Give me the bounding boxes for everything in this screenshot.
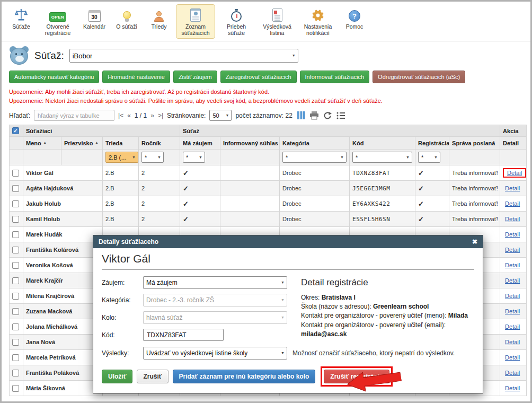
detail-link[interactable]: Detail [507, 170, 522, 176]
detail-link[interactable]: Detail [505, 293, 520, 299]
toolbar-item-vysledkova-listina[interactable]: Výsledková listina [258, 4, 297, 39]
competitor-name: Marek Krajčír [23, 273, 103, 288]
kategoria-filter-select[interactable]: * [282, 152, 347, 163]
page-prev-button[interactable]: « [127, 112, 131, 119]
detail-link[interactable]: Detail [505, 231, 520, 238]
detail-link[interactable]: Detail [505, 262, 520, 268]
detail-link[interactable]: Detail [505, 339, 520, 345]
column-header-ma-zaujem[interactable]: Má záujem [180, 137, 220, 150]
interest-select[interactable]: Má záujem [143, 276, 287, 289]
add-record-button[interactable]: Pridať záznam pre inú kategóriu alebo ko… [173, 370, 316, 383]
row-checkbox[interactable] [12, 200, 19, 207]
column-header-registracia[interactable]: Registrácia [415, 137, 449, 150]
detail-link[interactable]: Detail [505, 370, 520, 376]
school-line: Škola (názov s adresou): Greenlearn scho… [301, 302, 474, 311]
row-checkbox-cell [10, 212, 23, 227]
registration-detail-title: Detail registrácie [301, 276, 474, 290]
competitor-name: Františka Kolárová [23, 242, 103, 258]
row-checkbox[interactable] [12, 354, 19, 361]
save-button[interactable]: Uložiť [102, 370, 132, 383]
toolbar-item-o-sutazi[interactable]: O súťaži [111, 4, 142, 39]
column-header-rocnik[interactable]: Ročník [139, 137, 180, 150]
detail-link[interactable]: Detail [505, 247, 520, 253]
row-checkbox[interactable] [12, 339, 19, 346]
table-row: Kamil Holub 2.B 2 ✓ Drobec ESSFL5H6SN ✓ … [10, 212, 527, 227]
row-checkbox[interactable] [12, 277, 19, 284]
competitor-name: Marek Hudák [23, 227, 103, 242]
detail-link[interactable]: Detail [505, 385, 520, 391]
trieda-cell: 2.B [103, 212, 139, 227]
unregister-button[interactable]: Odregistrovať súťažiacich (aSc) [373, 71, 465, 83]
toolbar-item-kalendar[interactable]: 30 Kalendár [79, 4, 110, 39]
auto-category-button[interactable]: Automaticky nastaviť kategóriu [9, 71, 99, 83]
cancel-button[interactable]: Zrušiť [137, 370, 168, 383]
results-select[interactable]: Uvádzať vo výsledkovej listine školy [143, 347, 287, 360]
row-checkbox-cell [10, 273, 23, 288]
row-checkbox[interactable] [12, 262, 19, 269]
kod-filter-select[interactable]: * [352, 152, 412, 163]
detail-link[interactable]: Detail [505, 185, 520, 191]
toolbar-item-zoznam-sutaziacich[interactable]: Zoznam súťažiacich [176, 4, 215, 39]
row-checkbox[interactable] [12, 370, 19, 376]
row-checkbox[interactable] [12, 216, 19, 223]
toolbar-item-priebeh-sutaze[interactable]: Priebeh súťaže [217, 4, 256, 39]
warnings-block: Upozornenie: Aby mohli žiaci súťažiť, tr… [2, 86, 530, 107]
search-input[interactable] [34, 110, 114, 121]
column-header-priezvisko[interactable]: Priezvisko ▲ [61, 137, 103, 150]
column-header-kod[interactable]: Kód [350, 137, 415, 150]
row-checkbox[interactable] [12, 247, 19, 253]
view-options-icon[interactable] [336, 112, 345, 119]
detail-link[interactable]: Detail [505, 277, 520, 284]
detail-link[interactable]: Detail [505, 200, 520, 207]
page-next-button[interactable]: » [150, 112, 154, 119]
detail-link[interactable]: Detail [505, 354, 520, 361]
close-icon[interactable]: ✖ [472, 238, 477, 246]
row-checkbox[interactable] [12, 293, 19, 300]
code-input[interactable] [143, 329, 224, 341]
columns-icon[interactable] [297, 111, 305, 119]
row-checkbox[interactable] [12, 170, 19, 177]
detail-link[interactable]: Detail [505, 308, 520, 314]
print-icon[interactable] [310, 111, 318, 120]
registracia-filter-select[interactable]: * [418, 152, 440, 163]
group-header-competitors: Súťažiaci [23, 125, 180, 137]
toolbar-item-sutaze[interactable]: Súťaže [6, 4, 37, 39]
rocnik-cell: 2 [139, 181, 180, 196]
row-checkbox[interactable] [12, 308, 19, 315]
message-status: Treba informovať! [449, 181, 500, 196]
find-interest-button[interactable]: Zistiť záujem [173, 71, 217, 83]
row-checkbox[interactable] [12, 185, 19, 192]
column-header-sprava-poslana[interactable]: Správa poslaná [449, 137, 500, 150]
toolbar-item-triedy[interactable]: Triedy [144, 4, 174, 39]
bulk-setting-button[interactable]: Hromadné nastavenie [102, 71, 170, 83]
column-header-meno[interactable]: Meno ▲ [23, 137, 61, 150]
detail-link-wrapper: Detail [503, 230, 522, 239]
select-all-checkbox[interactable]: ✓ [12, 127, 19, 134]
competition-select[interactable]: iBobor [69, 49, 298, 63]
inform-button[interactable]: Informovať súťažiacich [300, 71, 370, 83]
toolbar-item-pomoc[interactable]: ? Pomoc [339, 4, 370, 39]
refresh-icon[interactable] [323, 111, 332, 120]
column-header-informovany-suhlas[interactable]: Informovaný súhlas [220, 137, 280, 150]
informed-consent-cell [220, 196, 280, 212]
detail-link[interactable]: Detail [505, 216, 520, 222]
competitor-name: Mária Šikovná [23, 381, 103, 396]
column-header-trieda[interactable]: Trieda [103, 137, 139, 150]
ma-zaujem-filter-select[interactable]: * [183, 152, 205, 163]
column-header-kategoria[interactable]: Kategória [280, 137, 350, 150]
register-button[interactable]: Zaregistrovať súťažiacich [220, 71, 297, 83]
page-last-button[interactable]: >| [158, 112, 163, 119]
row-checkbox-cell [10, 304, 23, 319]
row-checkbox[interactable] [12, 385, 19, 392]
trieda-filter-select[interactable]: 2.B (22) [105, 152, 138, 163]
toolbar-item-otvorene-registracie[interactable]: OPEN Otvorené registrácie [38, 4, 77, 39]
toolbar-item-nastavenia-notifikacii[interactable]: Nastavenia notifikácií [298, 4, 338, 39]
detail-link[interactable]: Detail [505, 323, 520, 330]
student-name: Viktor Gál [102, 252, 474, 270]
page-size-select[interactable]: 50 [209, 110, 232, 121]
row-checkbox[interactable] [12, 231, 19, 238]
rocnik-filter-select[interactable]: * [141, 152, 164, 163]
row-checkbox[interactable] [12, 323, 19, 330]
group-header-action: Akcia [500, 125, 527, 137]
page-first-button[interactable]: |< [118, 112, 123, 119]
